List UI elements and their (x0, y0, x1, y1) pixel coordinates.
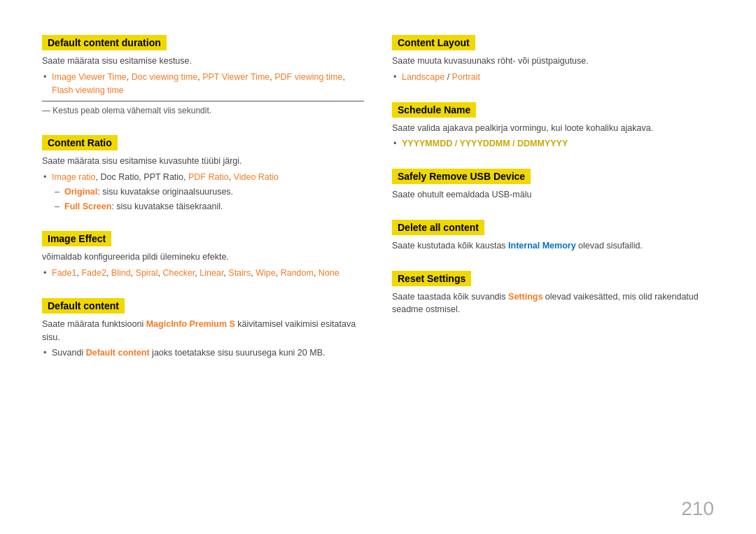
section-title-default-content-duration: Default content duration (42, 35, 167, 50)
list-item: Image Viewer Time, Doc viewing time, PPT… (52, 71, 364, 97)
item-text: PDF Ratio (188, 172, 229, 182)
section-title-content-layout: Content Layout (392, 35, 475, 50)
item-text: Image ratio (52, 172, 96, 182)
item-text: PPT Viewer Time (202, 72, 270, 82)
item-text: YYYYMMDD / YYYYDDMM / DDMMYYYY (402, 139, 568, 148)
bullet-list: Landscape / Portrait (392, 71, 714, 84)
item-text: Portrait (452, 72, 480, 82)
item-text: PDF viewing time (274, 72, 342, 82)
item-text: Fade2 (81, 268, 106, 278)
item-text: Wipe (255, 268, 275, 278)
section-intro: Saate kustutada kõik kaustas Internal Me… (392, 239, 714, 253)
section-title-content-ratio: Content Ratio (42, 135, 118, 150)
section-body-delete-all-content: Saate kustutada kõik kaustas Internal Me… (392, 239, 714, 253)
section-image-effect: Image Effect võimaldab konfigureerida pi… (42, 231, 364, 283)
section-title-default-content: Default content (42, 298, 125, 314)
section-body-content-layout: Saate muuta kuvasuunaks röht- või püstpa… (392, 55, 714, 84)
section-default-content: Default content Saate määrata funktsioon… (42, 298, 364, 363)
item-text: Flash viewing time (52, 85, 124, 95)
bullet-list: Suvandi Default content jaoks toetatakse… (42, 346, 364, 360)
section-title-delete-all-content: Delete all content (392, 220, 484, 235)
section-title-schedule-name: Schedule Name (392, 102, 476, 118)
section-schedule-name: Schedule Name Saate valida ajakava pealk… (392, 102, 714, 154)
sub-list-item: Full Screen: sisu kuvatakse täisekraanil… (64, 200, 364, 213)
sub-item-text: : sisu kuvatakse originaalsuuruses. (97, 187, 233, 197)
list-item: Suvandi Default content jaoks toetatakse… (52, 346, 364, 360)
section-intro: Saate ohutult eemaldada USB-mälu (392, 188, 714, 202)
section-body-schedule-name: Saate valida ajakava pealkirja vormingu,… (392, 122, 714, 151)
section-body-default-content-duration: Saate määrata sisu esitamise kestuse. Im… (42, 55, 364, 117)
item-text: Doc viewing time (132, 72, 197, 82)
left-column: Default content duration Saate määrata s… (42, 35, 364, 378)
item-highlight: Settings (508, 292, 542, 302)
page-container: Default content duration Saate määrata s… (0, 0, 756, 413)
bullet-list: YYYYMMDD / YYYYDDMM / DDMMYYYY (392, 137, 714, 150)
section-content-layout: Content Layout Saate muuta kuvasuunaks r… (392, 35, 714, 87)
item-text: Stairs (228, 268, 251, 278)
list-item: Image ratio, Doc Ratio, PPT Ratio, PDF R… (52, 171, 364, 213)
item-text: Linear (200, 268, 223, 278)
section-intro: Saate taastada kõik suvandis Settings ol… (392, 290, 714, 317)
item-text: Video Ratio (234, 172, 279, 182)
item-text: None (318, 268, 340, 278)
section-intro: võimaldab konfigureerida pildi ülemineku… (42, 251, 364, 264)
separator: , Doc Ratio, PPT Ratio, (96, 172, 188, 182)
sub-bullet-list: Original: sisu kuvatakse originaalsuurus… (52, 185, 364, 213)
sub-item-label: Original (64, 187, 97, 197)
right-column: Content Layout Saate muuta kuvasuunaks r… (392, 35, 714, 378)
section-safely-remove-usb: Safely Remove USB Device Saate ohutult e… (392, 169, 714, 204)
section-body-reset-settings: Saate taastada kõik suvandis Settings ol… (392, 290, 714, 317)
item-text: Image Viewer Time (52, 72, 127, 82)
section-intro: Saate määrata sisu esitamise kuvasuhte t… (42, 155, 364, 168)
separator: , (127, 72, 132, 82)
section-intro: Saate määrata funktsiooni MagicInfo Prem… (42, 318, 364, 344)
section-content-ratio: Content Ratio Saate määrata sisu esitami… (42, 135, 364, 216)
section-default-content-duration: Default content duration Saate määrata s… (42, 35, 364, 120)
section-intro: Saate valida ajakava pealkirja vormingu,… (392, 122, 714, 135)
section-body-default-content: Saate määrata funktsiooni MagicInfo Prem… (42, 318, 364, 360)
section-body-safely-remove-usb: Saate ohutult eemaldada USB-mälu (392, 188, 714, 202)
bullet-list: Fade1, Fade2, Blind, Spiral, Checker, Li… (42, 267, 364, 280)
section-title-reset-settings: Reset Settings (392, 271, 471, 286)
sub-item-text: : sisu kuvatakse täisekraanil. (111, 202, 223, 211)
item-text: Fade1 (52, 268, 76, 278)
item-text: Landscape (402, 72, 444, 82)
sub-item-label: Full Screen (64, 202, 111, 211)
section-reset-settings: Reset Settings Saate taastada kõik suvan… (392, 271, 714, 320)
list-item: Landscape / Portrait (402, 71, 714, 84)
separator: , (229, 172, 234, 182)
separator: / (444, 72, 451, 82)
item-highlight: Internal Memory (508, 241, 576, 251)
list-item: YYYYMMDD / YYYYDDMM / DDMMYYYY (402, 137, 714, 150)
sub-list-item: Original: sisu kuvatakse originaalsuurus… (64, 185, 364, 199)
item-text: Checker (162, 268, 195, 278)
brand-name: MagicInfo Premium S (146, 319, 235, 329)
bullet-list: Image Viewer Time, Doc viewing time, PPT… (42, 71, 364, 97)
item-text: Random (281, 268, 314, 278)
section-delete-all-content: Delete all content Saate kustutada kõik … (392, 220, 714, 255)
item-highlight: Default content (86, 348, 150, 358)
separator: , (342, 72, 344, 82)
section-body-content-ratio: Saate määrata sisu esitamise kuvasuhte t… (42, 155, 364, 213)
page-number: 210 (681, 498, 714, 520)
section-title-safely-remove-usb: Safely Remove USB Device (392, 169, 531, 184)
list-item: Fade1, Fade2, Blind, Spiral, Checker, Li… (52, 267, 364, 280)
item-text: Blind (111, 268, 131, 278)
item-text: Spiral (136, 268, 158, 278)
section-intro: Saate muuta kuvasuunaks röht- või püstpa… (392, 55, 714, 68)
bullet-list: Image ratio, Doc Ratio, PPT Ratio, PDF R… (42, 171, 364, 213)
note-line: — Kestus peab olema vähemalt viis sekund… (42, 101, 364, 117)
section-title-image-effect: Image Effect (42, 231, 111, 246)
section-body-image-effect: võimaldab konfigureerida pildi ülemineku… (42, 251, 364, 280)
section-intro: Saate määrata sisu esitamise kestuse. (42, 55, 364, 68)
